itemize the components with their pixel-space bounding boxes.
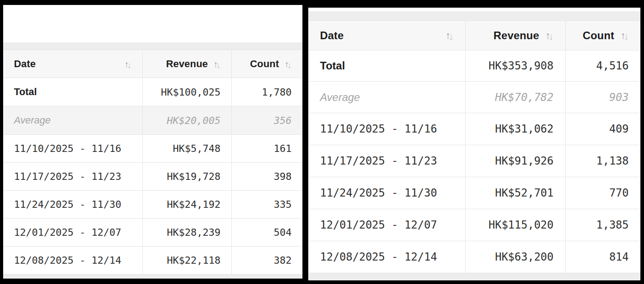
- average-row-revenue-value: HK$70,782: [495, 91, 554, 104]
- count-value: 814: [609, 251, 629, 263]
- revenue-value: HK$5,748: [173, 143, 221, 154]
- revenue-value: HK$22,118: [167, 255, 221, 266]
- revenue-cell: HK$22,118: [142, 247, 231, 274]
- average-row: AverageHK$20,005356: [3, 106, 302, 135]
- count-value: 409: [609, 123, 629, 135]
- average-row: AverageHK$70,782903: [308, 82, 640, 113]
- revenue-value: HK$19,728: [167, 171, 221, 182]
- revenue-cell: HK$63,200: [465, 241, 565, 273]
- revenue-value: HK$28,239: [167, 227, 221, 238]
- average-row-label: Average: [320, 91, 360, 104]
- column-header-revenue[interactable]: Revenue↑↓: [465, 21, 565, 50]
- column-header-count[interactable]: Count↑↓: [231, 50, 302, 78]
- total-row-revenue-cell: HK$100,025: [142, 78, 231, 106]
- revenue-value: HK$31,062: [495, 123, 554, 135]
- average-row-label-cell: Average: [308, 82, 465, 113]
- column-header-date[interactable]: Date↑↓: [308, 21, 465, 50]
- table-row: 11/24/2025 - 11/30HK$24,192335: [3, 191, 302, 219]
- right-page-strip-bottom: [308, 273, 640, 280]
- left-report-panel: Date↑↓Revenue↑↓Count↑↓TotalHK$100,0251,7…: [3, 5, 302, 279]
- count-value: 335: [274, 199, 292, 210]
- date-range-cell: 11/10/2025 - 11/16: [308, 113, 465, 145]
- table-row: 11/10/2025 - 11/16HK$31,062409: [308, 113, 640, 145]
- date-range-value: 12/08/2025 - 12/14: [320, 251, 437, 263]
- total-row: TotalHK$353,9084,516: [308, 50, 640, 82]
- revenue-value: HK$52,701: [495, 187, 554, 199]
- table-header-row: Date↑↓Revenue↑↓Count↑↓: [3, 50, 302, 78]
- total-row-revenue-value: HK$100,025: [161, 87, 221, 98]
- sort-descending-arrow-icon: ↓: [549, 32, 554, 41]
- table-row: 11/17/2025 - 11/23HK$91,9261,138: [308, 145, 640, 177]
- date-range-cell: 12/01/2025 - 12/07: [3, 219, 142, 246]
- sort-icon[interactable]: ↑↓: [621, 31, 629, 41]
- date-range-cell: 11/24/2025 - 11/30: [3, 191, 142, 218]
- date-range-cell: 11/10/2025 - 11/16: [3, 135, 142, 162]
- count-cell: 1,138: [565, 145, 640, 177]
- count-value: 770: [609, 187, 629, 199]
- date-range-value: 11/17/2025 - 11/23: [14, 171, 121, 182]
- count-cell: 1,385: [565, 209, 640, 241]
- revenue-cell: HK$28,239: [142, 219, 231, 246]
- average-row-count-cell: 356: [231, 106, 302, 134]
- table-row: 12/01/2025 - 12/07HK$115,0201,385: [308, 209, 640, 241]
- count-cell: 398: [231, 163, 302, 190]
- right-revenue-table: Date↑↓Revenue↑↓Count↑↓TotalHK$353,9084,5…: [308, 20, 640, 273]
- revenue-value: HK$91,926: [495, 155, 554, 167]
- count-cell: 504: [231, 219, 302, 246]
- sort-descending-arrow-icon: ↓: [624, 32, 629, 41]
- sort-icon[interactable]: ↑↓: [545, 31, 554, 41]
- right-page-strip-top: [308, 11, 640, 20]
- revenue-value: HK$115,020: [489, 219, 554, 231]
- left-page-strip-bottom: [3, 275, 302, 279]
- date-range-cell: 11/24/2025 - 11/30: [308, 177, 465, 209]
- column-header-date[interactable]: Date↑↓: [3, 50, 142, 78]
- total-row-label-cell: Total: [308, 50, 465, 81]
- date-range-value: 12/08/2025 - 12/14: [14, 255, 121, 266]
- count-value: 161: [274, 143, 292, 154]
- column-header-label: Revenue: [494, 29, 539, 42]
- count-cell: 814: [565, 241, 640, 273]
- right-report-panel: Date↑↓Revenue↑↓Count↑↓TotalHK$353,9084,5…: [308, 8, 640, 280]
- right-panel-top-whitespace: [308, 8, 640, 11]
- table-row: 12/01/2025 - 12/07HK$28,239504: [3, 219, 302, 247]
- total-row-count-cell: 1,780: [231, 78, 302, 106]
- screenshot-root: Date↑↓Revenue↑↓Count↑↓TotalHK$100,0251,7…: [0, 0, 644, 284]
- sort-descending-arrow-icon: ↓: [287, 60, 292, 69]
- table-row: 12/08/2025 - 12/14HK$63,200814: [308, 241, 640, 273]
- count-cell: 161: [231, 135, 302, 162]
- revenue-value: HK$24,192: [167, 199, 221, 210]
- average-row-revenue-cell: HK$70,782: [465, 82, 565, 113]
- column-header-revenue[interactable]: Revenue↑↓: [142, 50, 231, 78]
- sort-icon[interactable]: ↑↓: [446, 31, 454, 41]
- date-range-value: 11/24/2025 - 11/30: [320, 187, 437, 199]
- left-page-strip-top: [3, 42, 302, 50]
- revenue-cell: HK$52,701: [465, 177, 565, 209]
- count-value: 1,385: [596, 219, 629, 231]
- total-row-revenue-value: HK$353,908: [489, 60, 554, 72]
- count-cell: 382: [231, 247, 302, 274]
- revenue-cell: HK$5,748: [142, 135, 231, 162]
- total-row-label: Total: [320, 60, 345, 72]
- count-cell: 409: [565, 113, 640, 145]
- revenue-cell: HK$19,728: [142, 163, 231, 190]
- revenue-cell: HK$115,020: [465, 209, 565, 241]
- revenue-cell: HK$31,062: [465, 113, 565, 145]
- date-range-value: 11/10/2025 - 11/16: [320, 123, 437, 135]
- column-header-label: Date: [320, 29, 344, 42]
- date-range-cell: 12/08/2025 - 12/14: [308, 241, 465, 273]
- average-row-revenue-value: HK$20,005: [167, 115, 221, 126]
- average-row-revenue-cell: HK$20,005: [142, 106, 231, 134]
- sort-icon[interactable]: ↑↓: [213, 60, 221, 69]
- date-range-cell: 11/17/2025 - 11/23: [3, 163, 142, 190]
- average-row-label: Average: [14, 115, 51, 126]
- column-header-count[interactable]: Count↑↓: [565, 21, 640, 50]
- column-header-label: Date: [14, 58, 36, 70]
- total-row-count-cell: 4,516: [565, 50, 640, 81]
- date-range-value: 12/01/2025 - 12/07: [14, 227, 121, 238]
- table-row: 11/10/2025 - 11/16HK$5,748161: [3, 135, 302, 163]
- count-cell: 335: [231, 191, 302, 218]
- sort-icon[interactable]: ↑↓: [124, 60, 131, 69]
- sort-icon[interactable]: ↑↓: [284, 60, 292, 69]
- total-row-label: Total: [14, 86, 37, 98]
- date-range-value: 11/17/2025 - 11/23: [320, 155, 437, 167]
